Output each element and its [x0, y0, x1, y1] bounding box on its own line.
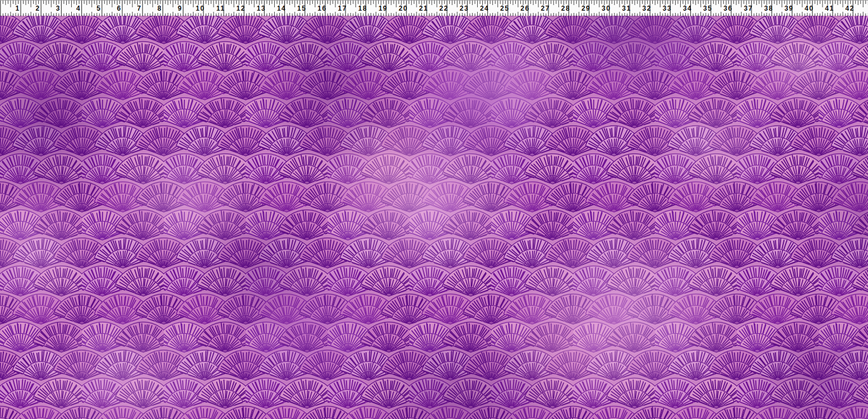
ruler-number-8: 8 — [158, 4, 162, 12]
ruler-number-14: 14 — [277, 4, 286, 12]
ruler-number-2: 2 — [36, 4, 40, 12]
ruler-number-5: 5 — [96, 4, 101, 12]
ruler-number-15: 15 — [297, 4, 306, 12]
ruler-number-41: 41 — [825, 4, 834, 12]
ruler-number-38: 38 — [764, 4, 773, 12]
ruler-number-13: 13 — [257, 4, 266, 12]
ruler-number-6: 6 — [117, 4, 121, 12]
ruler-number-1: 1 — [15, 4, 20, 12]
ruler-number-25: 25 — [500, 4, 509, 12]
ruler-number-35: 35 — [703, 4, 712, 12]
ruler-number-33: 33 — [663, 4, 672, 12]
ruler-number-37: 37 — [744, 4, 753, 12]
ruler-number-39: 39 — [784, 4, 793, 12]
fabric-product-photo: 1234567891011121314151617181920212223242… — [0, 0, 868, 419]
ruler-number-10: 10 — [196, 4, 205, 12]
ruler-number-24: 24 — [480, 4, 489, 12]
ruler-number-30: 30 — [602, 4, 611, 12]
ruler-number-22: 22 — [440, 4, 449, 12]
ruler-number-23: 23 — [460, 4, 469, 12]
ruler-number-36: 36 — [723, 4, 732, 12]
ruler-number-4: 4 — [76, 4, 81, 12]
ruler-number-42: 42 — [846, 4, 855, 12]
ruler-ticks — [0, 1, 868, 16]
ruler-number-40: 40 — [805, 4, 814, 12]
ruler-number-16: 16 — [317, 4, 326, 12]
fabric-pattern — [0, 16, 868, 419]
ruler-number-11: 11 — [216, 4, 225, 12]
ruler-number-9: 9 — [178, 4, 182, 12]
ruler-number-17: 17 — [338, 4, 347, 12]
ruler-number-28: 28 — [561, 4, 570, 12]
ruler-number-3: 3 — [56, 4, 61, 12]
ruler-number-27: 27 — [541, 4, 550, 12]
ruler-number-19: 19 — [378, 4, 387, 12]
ruler-number-31: 31 — [622, 4, 631, 12]
ruler-number-21: 21 — [419, 4, 428, 12]
fabric-swatch — [0, 16, 868, 419]
ruler-strip: 1234567891011121314151617181920212223242… — [0, 0, 868, 16]
ruler-number-12: 12 — [237, 4, 246, 12]
ruler-number-34: 34 — [683, 4, 692, 12]
ruler-number-26: 26 — [520, 4, 529, 12]
ruler-number-7: 7 — [137, 4, 142, 12]
ruler-number-20: 20 — [399, 4, 408, 12]
ruler-number-32: 32 — [643, 4, 652, 12]
ruler-number-18: 18 — [358, 4, 367, 12]
ruler-number-29: 29 — [581, 4, 590, 12]
